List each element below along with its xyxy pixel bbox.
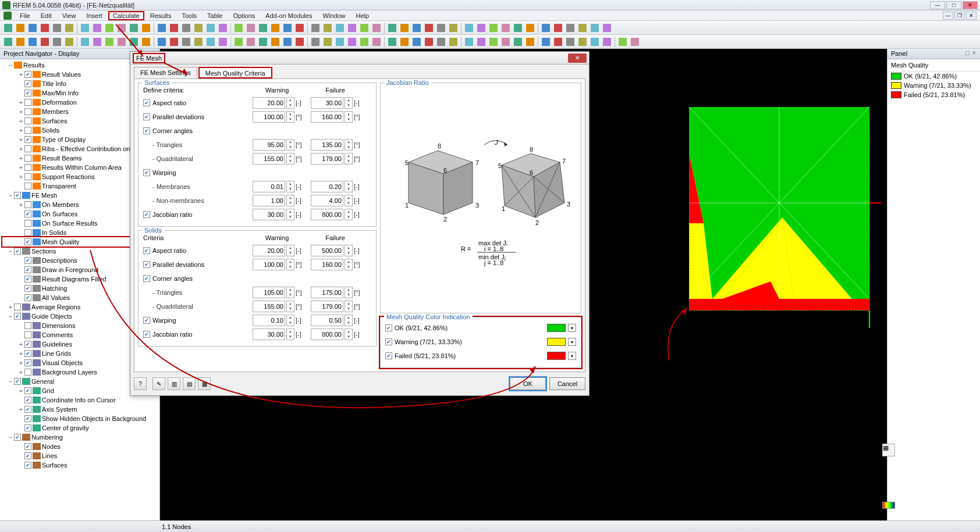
menu-options[interactable]: Options xyxy=(228,12,260,20)
toolbar-button[interactable] xyxy=(233,22,244,34)
tree-checkbox[interactable] xyxy=(24,369,31,376)
tree-checkbox[interactable] xyxy=(24,266,31,273)
tree-checkbox[interactable] xyxy=(24,238,31,245)
toolbar-button[interactable] xyxy=(310,36,321,48)
toolbar-button[interactable] xyxy=(386,36,398,48)
menu-file[interactable]: File xyxy=(15,12,35,20)
ok-button[interactable]: OK xyxy=(510,377,546,390)
cancel-button[interactable]: Cancel xyxy=(549,377,585,390)
toolbar-button[interactable] xyxy=(334,36,346,48)
spinner[interactable]: ▲▼ xyxy=(286,287,294,298)
spinner[interactable]: ▲▼ xyxy=(345,209,353,220)
toolbar-button[interactable] xyxy=(552,36,564,48)
mdi-close-button[interactable]: ✕ xyxy=(966,12,977,20)
criteria-warn-input[interactable] xyxy=(253,97,285,109)
color-dropdown[interactable]: ▾ xyxy=(568,324,576,332)
color-scale-icon[interactable] xyxy=(882,502,895,509)
spinner[interactable]: ▲▼ xyxy=(286,209,294,220)
tree-checkbox[interactable] xyxy=(24,350,31,357)
tree-checkbox[interactable] xyxy=(24,443,31,450)
menu-tools[interactable]: Tools xyxy=(177,12,201,20)
toolbar-button[interactable] xyxy=(104,22,115,34)
tree-checkbox[interactable] xyxy=(24,294,31,301)
toolbar-button[interactable] xyxy=(2,36,14,48)
dialog-titlebar[interactable]: FE Mesh ✕ xyxy=(130,52,589,65)
tree-checkbox[interactable] xyxy=(24,117,31,124)
toolbar-button[interactable] xyxy=(140,36,152,48)
tree-checkbox[interactable] xyxy=(24,462,31,469)
tree-checkbox[interactable] xyxy=(14,313,21,320)
toolbar-button[interactable] xyxy=(128,22,140,34)
toolbar-button[interactable] xyxy=(524,22,536,34)
toolbar-button[interactable] xyxy=(371,36,382,48)
toolbar-button[interactable] xyxy=(540,36,552,48)
toolbar-button[interactable] xyxy=(217,36,229,48)
mdi-restore-button[interactable]: ❐ xyxy=(954,12,965,20)
tree-checkbox[interactable] xyxy=(24,80,31,87)
criteria-warn-input[interactable] xyxy=(253,259,285,270)
toolbar-button[interactable] xyxy=(334,22,346,34)
tree-checkbox[interactable] xyxy=(24,136,31,143)
spinner[interactable]: ▲▼ xyxy=(286,315,294,326)
tree-checkbox[interactable] xyxy=(24,183,31,190)
toolbar-button[interactable] xyxy=(386,22,398,34)
spinner[interactable]: ▲▼ xyxy=(345,259,353,270)
toolbar-button[interactable] xyxy=(257,36,269,48)
tree-checkbox[interactable] xyxy=(24,145,31,152)
criteria-warn-input[interactable] xyxy=(253,111,285,123)
tree-checkbox[interactable] xyxy=(24,71,31,78)
toolbar-button[interactable] xyxy=(233,36,244,48)
menu-add-on-modules[interactable]: Add-on Modules xyxy=(261,12,317,20)
layout1-button[interactable]: ▥ xyxy=(168,377,180,390)
toolbar-button[interactable] xyxy=(399,22,410,34)
tree-checkbox[interactable] xyxy=(24,452,31,459)
ci-checkbox[interactable] xyxy=(385,338,392,345)
toolbar-button[interactable] xyxy=(15,22,26,34)
toolbar-button[interactable] xyxy=(552,22,564,34)
criteria-checkbox[interactable] xyxy=(143,211,150,218)
color-dropdown[interactable]: ▾ xyxy=(568,338,576,346)
toolbar-button[interactable] xyxy=(475,22,487,34)
toolbar-button[interactable] xyxy=(512,22,524,34)
color-dropdown[interactable]: ▾ xyxy=(568,352,576,360)
criteria-warn-input[interactable] xyxy=(253,329,285,340)
tree-item[interactable]: Show Hidden Objects in Background xyxy=(2,414,159,423)
tree-checkbox[interactable] xyxy=(24,341,31,348)
tree-item[interactable]: Lines xyxy=(2,451,159,460)
criteria-checkbox[interactable] xyxy=(143,275,150,282)
spinner[interactable]: ▲▼ xyxy=(345,181,353,192)
criteria-warn-input[interactable] xyxy=(253,195,285,206)
tree-checkbox[interactable] xyxy=(24,276,31,283)
spinner[interactable]: ▲▼ xyxy=(286,181,294,192)
dialog-close-button[interactable]: ✕ xyxy=(568,53,587,63)
spinner[interactable]: ▲▼ xyxy=(286,259,294,270)
tree-checkbox[interactable] xyxy=(24,155,31,162)
toolbar-button[interactable] xyxy=(51,22,63,34)
criteria-fail-input[interactable] xyxy=(311,209,343,220)
toolbar-button[interactable] xyxy=(601,22,613,34)
spinner[interactable]: ▲▼ xyxy=(345,97,353,109)
tree-checkbox[interactable] xyxy=(24,331,31,338)
toolbar-button[interactable] xyxy=(475,36,487,48)
toolbar-button[interactable] xyxy=(27,36,38,48)
toolbar-button[interactable] xyxy=(488,22,499,34)
toolbar-button[interactable] xyxy=(205,36,216,48)
tree-checkbox[interactable] xyxy=(24,406,31,413)
tree-item[interactable]: −Numbering xyxy=(2,433,159,442)
toolbar-button[interactable] xyxy=(310,22,321,34)
toolbar-button[interactable] xyxy=(116,22,127,34)
tree-checkbox[interactable] xyxy=(24,210,31,217)
criteria-checkbox[interactable] xyxy=(143,169,150,176)
toolbar-button[interactable] xyxy=(245,36,257,48)
toolbar-button[interactable] xyxy=(91,22,103,34)
tree-checkbox[interactable] xyxy=(24,173,31,180)
tree-checkbox[interactable] xyxy=(24,285,31,292)
criteria-fail-input[interactable] xyxy=(311,245,343,256)
criteria-checkbox[interactable] xyxy=(143,127,150,134)
menu-table[interactable]: Table xyxy=(203,12,227,20)
criteria-warn-input[interactable] xyxy=(253,139,285,151)
tree-checkbox[interactable] xyxy=(24,424,31,431)
criteria-warn-input[interactable] xyxy=(253,181,285,192)
minimize-button[interactable]: — xyxy=(930,1,945,9)
menu-window[interactable]: Window xyxy=(318,12,350,20)
